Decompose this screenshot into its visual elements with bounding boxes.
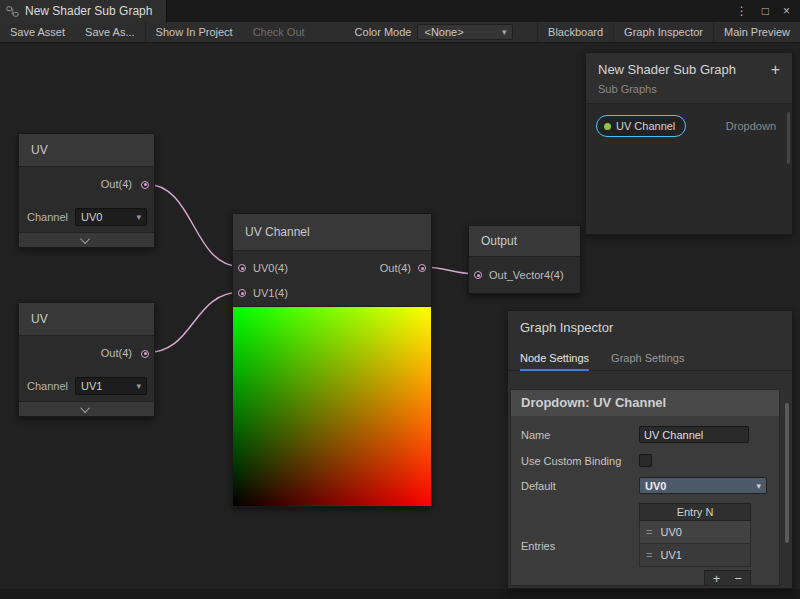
channel-label: Channel [27, 380, 71, 392]
port-label-out: Out(4) [101, 336, 132, 371]
input-port[interactable] [474, 271, 482, 279]
shader-graph-icon [6, 5, 19, 18]
list-item[interactable]: = UV0 [639, 521, 751, 544]
add-property-button[interactable]: + [771, 61, 780, 79]
output-node[interactable]: Output Out_Vector4(4) [468, 225, 581, 294]
graph-inspector-panel: Graph Inspector Node Settings Graph Sett… [507, 310, 793, 589]
blackboard-subtitle: Sub Graphs [598, 83, 780, 95]
input-port-uv1[interactable] [238, 289, 246, 297]
uv-channel-node[interactable]: UV Channel UV0(4) UV1(4) Out(4) [232, 213, 432, 507]
save-as-button[interactable]: Save As... [75, 22, 145, 42]
channel-value: UV1 [81, 380, 102, 392]
uv-node-1[interactable]: UV Out(4) Channel UV0 ▾ [18, 133, 155, 248]
port-label: Out_Vector4(4) [489, 269, 564, 281]
chevron-down-icon: ▾ [136, 212, 141, 222]
show-in-project-button[interactable]: Show In Project [145, 22, 243, 42]
color-mode-dropdown[interactable]: <None> ▾ [417, 24, 513, 40]
maximize-icon[interactable]: □ [762, 4, 769, 18]
titlebar: New Shader Sub Graph ⋮ □ × [0, 0, 800, 22]
inspector-section-header: Dropdown: UV Channel [511, 390, 779, 416]
name-input[interactable] [639, 426, 749, 443]
blackboard-scrollbar[interactable] [787, 112, 790, 164]
check-out-button: Check Out [243, 22, 315, 42]
blackboard-title: New Shader Sub Graph [598, 62, 780, 77]
chevron-down-icon: ▾ [502, 27, 507, 37]
entry-value: UV0 [660, 526, 681, 538]
use-custom-binding-checkbox[interactable] [639, 454, 652, 467]
name-label: Name [521, 426, 639, 443]
tab-title: New Shader Sub Graph [25, 4, 152, 18]
main-preview-toggle-button[interactable]: Main Preview [713, 22, 800, 42]
entries-list: Entry N = UV0 = UV1 + − [639, 503, 751, 586]
blackboard-item-name: UV Channel [616, 120, 675, 132]
drag-handle-icon[interactable]: = [646, 549, 652, 561]
blackboard-toggle-button[interactable]: Blackboard [537, 22, 613, 42]
collapse-toggle[interactable] [19, 401, 154, 416]
entries-label: Entries [521, 537, 639, 553]
port-label-out: Out(4) [101, 167, 132, 202]
exposed-dot-icon [604, 123, 611, 130]
port-label-uv1: UV1(4) [253, 287, 288, 299]
window-tab[interactable]: New Shader Sub Graph [0, 0, 167, 22]
blackboard-item-uv-channel[interactable]: UV Channel [596, 115, 686, 137]
collapse-chevron-icon [80, 234, 90, 244]
blackboard-item-type: Dropdown [726, 120, 776, 132]
default-label: Default [521, 477, 639, 494]
chevron-down-icon: ▾ [136, 381, 141, 391]
uv-node-2[interactable]: UV Out(4) Channel UV1 ▾ [18, 302, 155, 417]
node-title[interactable]: UV [19, 303, 154, 336]
inspector-title: Graph Inspector [508, 311, 792, 335]
collapse-chevron-icon [80, 403, 90, 413]
inspector-scrollbar[interactable] [785, 403, 789, 543]
channel-label: Channel [27, 211, 71, 223]
graph-inspector-toggle-button[interactable]: Graph Inspector [613, 22, 713, 42]
tab-graph-settings[interactable]: Graph Settings [611, 352, 684, 370]
default-value: UV0 [645, 480, 666, 492]
node-title[interactable]: UV Channel [233, 214, 431, 251]
channel-dropdown[interactable]: UV0 ▾ [75, 208, 147, 226]
output-port[interactable] [418, 264, 426, 272]
blackboard-panel: New Shader Sub Graph Sub Graphs + UV Cha… [585, 52, 793, 235]
shader-graph-window: New Shader Sub Graph ⋮ □ × Save Asset Sa… [0, 0, 800, 599]
toolbar: Save Asset Save As... Show In Project Ch… [0, 22, 800, 43]
node-title[interactable]: UV [19, 134, 154, 167]
color-mode-label: Color Mode [341, 26, 418, 38]
use-custom-binding-label: Use Custom Binding [521, 452, 639, 468]
node-title[interactable]: Output [469, 226, 580, 257]
add-entry-button[interactable]: + [713, 571, 721, 586]
tab-node-settings[interactable]: Node Settings [520, 352, 589, 371]
color-mode-value: <None> [424, 26, 463, 38]
list-item[interactable]: = UV1 [639, 544, 751, 567]
window-menu-icon[interactable]: ⋮ [736, 4, 748, 18]
output-port[interactable] [141, 350, 149, 358]
close-icon[interactable]: × [783, 4, 790, 18]
node-preview-gradient [233, 306, 431, 506]
drag-handle-icon[interactable]: = [646, 526, 652, 538]
channel-dropdown[interactable]: UV1 ▾ [75, 377, 147, 395]
chevron-down-icon: ▾ [756, 481, 761, 491]
port-label-out: Out(4) [380, 262, 411, 274]
entries-header: Entry N [639, 503, 751, 521]
save-asset-button[interactable]: Save Asset [0, 22, 75, 42]
entry-value: UV1 [660, 549, 681, 561]
collapse-toggle[interactable] [19, 232, 154, 247]
default-dropdown[interactable]: UV0 ▾ [639, 477, 767, 494]
remove-entry-button[interactable]: − [734, 571, 742, 586]
channel-value: UV0 [81, 211, 102, 223]
output-port[interactable] [141, 181, 149, 189]
